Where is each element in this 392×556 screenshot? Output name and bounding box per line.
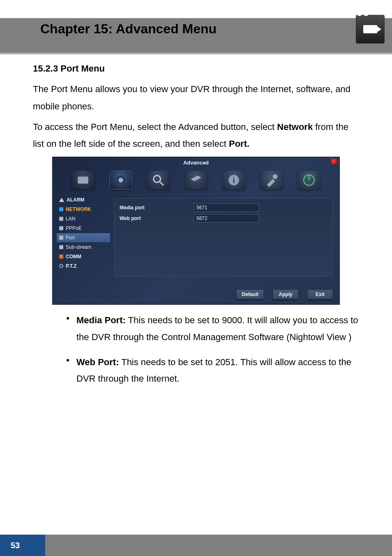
hdd-icon[interactable] xyxy=(184,171,208,190)
chapter-header: Chapter 15: Advanced Menu xyxy=(0,0,392,54)
dvr-sidebar: ALARM NETWORK LAN PPPoE Port Sub-stream … xyxy=(57,195,110,271)
sidebar-label: Sub-stream xyxy=(66,244,91,250)
intro-paragraph-2: To access the Port Menu, select the Adva… xyxy=(33,118,359,153)
bullet-list: Media Port: This needs to be set to 9000… xyxy=(67,312,359,387)
network-icon xyxy=(59,207,63,211)
svg-point-7 xyxy=(272,174,277,179)
sidebar-label: NETWORK xyxy=(66,206,91,212)
camera-corner-icon xyxy=(356,15,385,44)
intro-p2-bold1: Network xyxy=(277,122,313,132)
list-item: Media Port: This needs to be set to 9000… xyxy=(67,312,359,345)
default-button[interactable]: Default xyxy=(236,290,264,299)
comm-icon xyxy=(59,255,63,259)
media-port-label: Media port xyxy=(120,205,194,211)
media-port-strong: Media Port: xyxy=(76,315,126,325)
intro-p2-bold2: Port. xyxy=(229,139,249,149)
search-icon[interactable] xyxy=(147,171,170,190)
bullet-icon xyxy=(59,226,63,230)
svg-point-3 xyxy=(154,176,161,183)
dvr-form-panel: Media port 5671 Web port 5672 xyxy=(114,198,333,276)
media-port-input[interactable]: 5671 xyxy=(194,204,259,212)
maintenance-icon[interactable] xyxy=(260,171,283,190)
intro-paragraph-1: The Port Menu allows you to view your DV… xyxy=(33,81,359,115)
sidebar-label: P.T.Z xyxy=(66,263,76,269)
svg-point-2 xyxy=(118,178,123,183)
page-number: 53 xyxy=(0,535,45,556)
dvr-top-icon-row: i xyxy=(53,168,339,192)
svg-text:i: i xyxy=(233,176,235,185)
sidebar-item-port[interactable]: Port xyxy=(57,233,110,242)
sidebar-item-alarm[interactable]: ALARM xyxy=(57,195,110,204)
bullet-dot-icon xyxy=(67,317,69,320)
tools-icon[interactable] xyxy=(71,171,95,190)
chapter-title: Chapter 15: Advanced Menu xyxy=(40,21,217,37)
sidebar-label: Port xyxy=(66,235,75,241)
web-port-strong: Web Port: xyxy=(76,357,119,367)
intro-p2-a: To access the Port Menu, select the Adva… xyxy=(33,122,277,132)
web-port-label: Web port xyxy=(120,215,194,221)
power-icon[interactable] xyxy=(297,171,321,190)
bullet-dot-icon xyxy=(67,359,69,361)
camera-icon[interactable] xyxy=(109,171,132,190)
web-port-row: Web port 5672 xyxy=(120,214,327,222)
section-title: 15.2.3 Port Menu xyxy=(33,63,359,74)
web-port-input[interactable]: 5672 xyxy=(194,214,259,222)
alarm-icon xyxy=(59,198,64,202)
sidebar-item-ptz[interactable]: P.T.Z xyxy=(57,262,110,271)
apply-button[interactable]: Apply xyxy=(273,290,298,299)
list-item: Web Port: This needs to be set to 2051. … xyxy=(67,354,359,387)
dvr-button-row: Default Apply Exit xyxy=(236,290,333,299)
list-text: Media Port: This needs to be set to 9000… xyxy=(76,312,359,345)
sidebar-label: LAN xyxy=(66,216,75,222)
sidebar-item-substream[interactable]: Sub-stream xyxy=(57,243,110,252)
info-icon[interactable]: i xyxy=(222,171,245,190)
sidebar-label: PPPoE xyxy=(66,225,82,231)
bullet-icon xyxy=(59,217,63,221)
sidebar-item-comm[interactable]: COMM xyxy=(57,252,110,261)
dvr-screenshot: Advanced i ALARM NETWORK LAN PPPoE Port … xyxy=(52,157,340,305)
sidebar-item-lan[interactable]: LAN xyxy=(57,214,110,223)
svg-rect-0 xyxy=(78,177,88,184)
sidebar-item-pppoe[interactable]: PPPoE xyxy=(57,224,110,233)
media-port-row: Media port 5671 xyxy=(120,204,327,212)
ptz-icon xyxy=(59,264,63,268)
bullet-icon xyxy=(59,236,63,240)
sidebar-label: COMM xyxy=(66,254,81,259)
sidebar-item-network[interactable]: NETWORK xyxy=(57,205,110,214)
exit-button[interactable]: Exit xyxy=(307,290,333,299)
sidebar-label: ALARM xyxy=(67,197,84,203)
footer-stripe xyxy=(45,535,392,556)
list-text: Web Port: This needs to be set to 2051. … xyxy=(76,354,359,387)
bullet-icon xyxy=(59,245,63,249)
dvr-window-title: Advanced xyxy=(183,160,209,166)
close-icon[interactable] xyxy=(331,159,337,164)
svg-line-4 xyxy=(160,182,164,185)
